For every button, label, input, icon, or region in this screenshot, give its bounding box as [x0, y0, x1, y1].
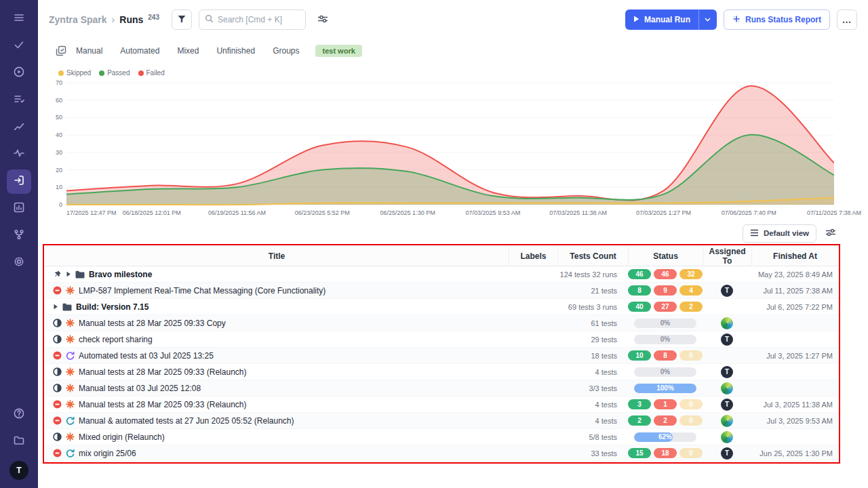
run-title[interactable]: Manual & automated tests at 27 Jun 2025 …	[79, 416, 294, 426]
run-title[interactable]: Manual tests at 28 Mar 2025 09:33 (Relau…	[79, 367, 246, 377]
run-title[interactable]: Build: Version 7.15	[76, 302, 149, 312]
assigned-to-cell	[703, 431, 751, 443]
assignee-avatar[interactable]: T	[721, 366, 733, 378]
run-title[interactable]: LMP-587 Implement Real-Time Chat Messagi…	[79, 286, 326, 296]
table-row[interactable]: Manual tests at 28 Mar 2025 09:33 (Relau…	[45, 364, 838, 380]
assignee-avatar[interactable]: T	[721, 285, 733, 297]
default-view-button[interactable]: Default view	[743, 224, 816, 243]
expand-arrow-icon[interactable]	[66, 271, 71, 277]
search-box[interactable]	[199, 9, 306, 30]
assignee-avatar[interactable]: T	[721, 333, 733, 346]
run-title[interactable]: Manual tests at 28 Mar 2025 09:33 (Relau…	[79, 400, 246, 409]
assignee-avatar[interactable]	[721, 317, 733, 329]
tab-groups[interactable]: Groups	[273, 46, 299, 56]
assignee-avatar[interactable]: T	[721, 447, 733, 460]
run-title[interactable]: check report sharing	[79, 335, 153, 344]
bulk-select-icon[interactable]	[56, 45, 66, 56]
chevron-down-icon[interactable]	[699, 9, 717, 30]
manual-run-button[interactable]: Manual Run	[625, 9, 717, 30]
user-avatar[interactable]: T	[9, 461, 28, 480]
progress-label: 0%	[634, 367, 696, 377]
title-cell: Manual tests at 28 Mar 2025 09:33 Copy	[45, 319, 509, 328]
sidebar-item-settings[interactable]	[7, 251, 31, 275]
sidebar-item-docs[interactable]	[7, 430, 31, 454]
tab-unfinished[interactable]: Unfinished	[216, 46, 255, 56]
sidebar-item-runs-play[interactable]	[7, 61, 31, 85]
breadcrumb-separator-icon: ›	[112, 14, 115, 25]
tab-manual[interactable]: Manual	[76, 46, 102, 56]
run-title[interactable]: Manual tests at 03 Jul 2025 12:08	[79, 384, 201, 393]
expand-arrow-icon[interactable]	[53, 304, 58, 310]
x-tick-label: 07/03/2025 9:53 AM	[466, 209, 521, 216]
y-tick-label: 50	[56, 114, 62, 121]
assignee-avatar[interactable]	[721, 382, 733, 394]
tab-automated[interactable]: Automated	[120, 46, 159, 56]
table-row[interactable]: LMP-587 Implement Real-Time Chat Messagi…	[45, 283, 838, 299]
filter-tabs: ManualAutomatedMixedUnfinishedGroups	[76, 46, 299, 56]
sidebar-item-todo[interactable]	[7, 34, 31, 58]
runs-status-report-button[interactable]: Runs Status Report	[724, 9, 830, 30]
view-settings-button[interactable]	[821, 223, 841, 243]
stopped-run-icon	[53, 351, 62, 360]
finished-at-cell: Jul 3, 2025 1:27 PM	[751, 352, 838, 360]
table-row[interactable]: Bravo milestone124 tests 32 runs464632Ma…	[45, 266, 838, 283]
column-header-title[interactable]: Title	[45, 247, 509, 266]
assignee-avatar[interactable]	[721, 415, 733, 427]
sidebar-bottom-icons	[7, 403, 31, 457]
more-button[interactable]: …	[837, 9, 857, 30]
column-header-finished-at[interactable]: Finished At	[751, 247, 838, 266]
column-header-status[interactable]: Status	[628, 247, 703, 266]
run-title[interactable]: Mixed origin (Relaunch)	[79, 432, 165, 442]
assignee-avatar[interactable]: T	[721, 399, 733, 411]
pulse-icon	[13, 147, 25, 162]
title-cell: LMP-587 Implement Real-Time Chat Messagi…	[45, 286, 509, 296]
sidebar-item-activity[interactable]	[7, 142, 31, 167]
sidebar-item-analytics[interactable]	[7, 115, 31, 140]
y-tick-label: 30	[56, 149, 62, 156]
filter-tag-test-work[interactable]: test work	[315, 45, 361, 57]
hamburger-icon	[13, 12, 25, 26]
assignee-avatar[interactable]	[721, 431, 733, 443]
legend-item-passed: Passed	[99, 69, 130, 77]
run-title[interactable]: mix origin 25/06	[79, 449, 136, 458]
table-row[interactable]: Manual tests at 28 Mar 2025 09:33 Copy61…	[45, 315, 838, 331]
legend-dot-failed	[138, 70, 144, 76]
filter-button[interactable]	[172, 9, 192, 30]
sidebar-item-reports[interactable]	[7, 197, 31, 221]
title-cell: mix origin 25/06	[45, 449, 509, 458]
search-settings-button[interactable]	[313, 9, 333, 30]
table-row[interactable]: check report sharing29 tests0%T	[45, 331, 838, 348]
column-header-labels[interactable]: Labels	[509, 247, 557, 266]
tests-count-cell: 33 tests	[557, 449, 628, 458]
sidebar-item-integrations[interactable]	[7, 224, 31, 248]
run-title[interactable]: Manual tests at 28 Mar 2025 09:33 Copy	[79, 319, 226, 328]
sidebar-item-help[interactable]	[7, 403, 31, 427]
run-title[interactable]: Bravo milestone	[89, 270, 152, 279]
title-cell: Build: Version 7.15	[45, 302, 509, 312]
box-arrow-icon	[13, 174, 25, 189]
tab-mixed[interactable]: Mixed	[177, 46, 199, 56]
breadcrumb-project[interactable]: Zyntra Spark	[49, 14, 107, 25]
passed-count-badge: 8	[628, 285, 651, 296]
breadcrumb: Zyntra Spark › Runs 243	[49, 14, 159, 25]
x-tick-label: 07/11/2025 7:38 AM	[807, 209, 861, 216]
tests-count-cell: 21 tests	[557, 287, 628, 295]
table-row[interactable]: mix origin 25/0633 tests15180TJun 25, 20…	[45, 445, 838, 462]
column-header-tests-count[interactable]: Tests Count	[557, 247, 628, 266]
table-row[interactable]: Automated tests at 03 Jul 2025 13:2518 t…	[45, 348, 838, 364]
sidebar-item-menu[interactable]	[7, 7, 31, 31]
y-tick-label: 20	[56, 167, 62, 174]
manual-run-icon	[66, 400, 75, 409]
table-row[interactable]: Manual tests at 03 Jul 2025 12:083/3 tes…	[45, 380, 838, 396]
search-input[interactable]	[218, 15, 300, 24]
table-row[interactable]: Manual tests at 28 Mar 2025 09:33 (Relau…	[45, 396, 838, 413]
tests-count-cell: 18 tests	[557, 352, 628, 360]
table-row[interactable]: Build: Version 7.1569 tests 3 runs40272J…	[45, 299, 838, 315]
table-row[interactable]: Mixed origin (Relaunch)5/8 tests62%	[45, 429, 838, 445]
stopped-run-icon	[53, 400, 62, 409]
sidebar-item-test-cases[interactable]	[7, 88, 31, 113]
run-title[interactable]: Automated tests at 03 Jul 2025 13:25	[79, 351, 214, 361]
table-row[interactable]: Manual & automated tests at 27 Jun 2025 …	[45, 413, 838, 429]
sidebar-item-test-runs[interactable]	[7, 169, 31, 194]
column-header-assigned-to[interactable]: Assigned To	[703, 247, 751, 266]
